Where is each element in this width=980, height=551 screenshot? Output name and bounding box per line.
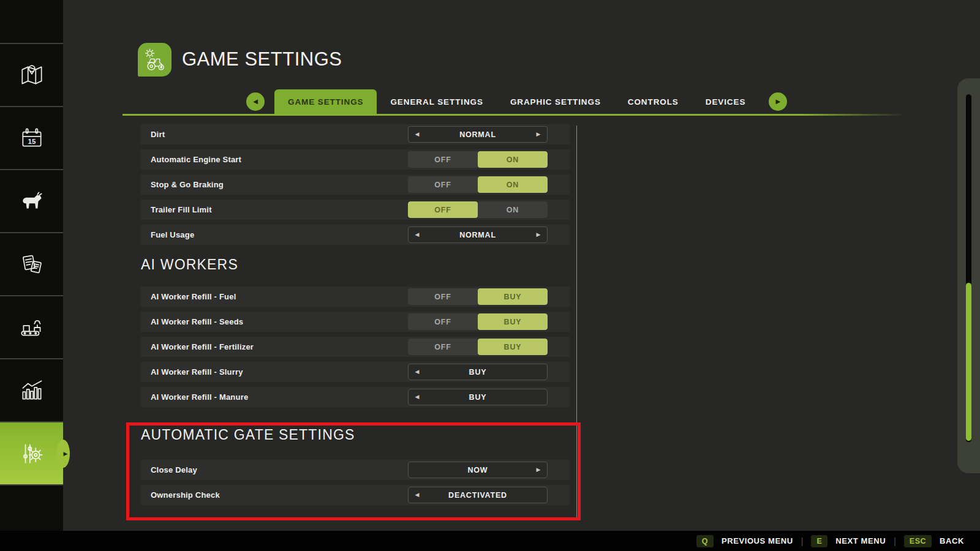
setting-row: Automatic Engine StartOFFON: [141, 149, 570, 170]
selector-control[interactable]: ◀BUY▶: [408, 389, 548, 405]
section-title: AI WORKERS: [141, 255, 570, 274]
setting-label: Ownership Check: [151, 490, 408, 500]
selector-value: BUY: [421, 368, 535, 377]
right-arrow-icon[interactable]: ▶: [535, 467, 542, 473]
toggle-control: OFFBUY: [408, 313, 548, 330]
setting-label: AI Worker Refill - Seeds: [151, 317, 408, 326]
section-title: AUTOMATIC GATE SETTINGS: [141, 425, 570, 444]
game-settings-screen: 15▶ GAME SETTINGS ◀GAME SETTINGSGENERAL …: [0, 0, 980, 551]
setting-row: AI Worker Refill - Manure◀BUY▶: [141, 387, 570, 407]
active-item-arrow-icon: ▶: [56, 440, 70, 468]
sidebar: 15▶: [0, 0, 63, 531]
left-arrow-icon[interactable]: ◀: [413, 132, 421, 137]
game-settings-gear-tractor-icon: [138, 43, 172, 77]
hotkey-separator: |: [894, 536, 896, 546]
sidebar-item-calendar[interactable]: 15: [0, 106, 63, 169]
left-arrow-icon[interactable]: ◀: [413, 369, 421, 375]
toggle-option-on[interactable]: ON: [478, 151, 548, 168]
next-tab-button[interactable]: ▶: [769, 92, 787, 111]
selector-control[interactable]: ◀NORMAL▶: [408, 126, 548, 143]
settings-section: Dirt◀NORMAL▶Automatic Engine StartOFFONS…: [141, 124, 570, 245]
scroll-thumb[interactable]: [966, 283, 971, 441]
toggle-option-buy[interactable]: BUY: [478, 288, 548, 305]
selector-value: NORMAL: [421, 130, 535, 139]
sidebar-item-contracts[interactable]: [0, 232, 63, 295]
list-scrollbar[interactable]: [576, 126, 577, 517]
toggle-option-off[interactable]: OFF: [408, 201, 478, 218]
toggle-option-off[interactable]: OFF: [408, 288, 478, 305]
selector-control[interactable]: ◀DEACTIVATED▶: [408, 487, 548, 503]
right-arrow-icon[interactable]: ▶: [535, 232, 542, 238]
toggle-option-on[interactable]: ON: [478, 201, 548, 218]
sidebar-item-map[interactable]: [0, 43, 63, 106]
left-arrow-icon[interactable]: ◀: [413, 492, 421, 498]
previous-tab-button[interactable]: ◀: [246, 92, 265, 111]
toggle-control: OFFON: [408, 151, 548, 168]
production-icon: [18, 313, 46, 342]
hotkey-bar: QPREVIOUS MENU|ENEXT MENU|ESCBACK: [0, 531, 980, 551]
left-arrow-icon[interactable]: ◀: [413, 232, 421, 238]
selector-control[interactable]: ◀NORMAL▶: [408, 227, 548, 243]
setting-label: Automatic Engine Start: [151, 155, 408, 164]
tab-devices[interactable]: DEVICES: [692, 89, 760, 114]
setting-row: Close Delay◀NOW▶: [141, 460, 570, 480]
right-arrow-icon[interactable]: ▶: [535, 132, 542, 137]
tab-underline: [123, 114, 914, 116]
hotkey-label: NEXT MENU: [835, 536, 886, 545]
setting-label: AI Worker Refill - Manure: [151, 392, 408, 402]
selector-value: DEACTIVATED: [421, 491, 535, 500]
settings-icon: [18, 440, 46, 468]
contracts-icon: [18, 250, 46, 279]
toggle-control: OFFON: [408, 176, 548, 193]
selector-control[interactable]: ◀NOW▶: [408, 462, 548, 478]
hotkey-key-esc[interactable]: ESC: [904, 535, 932, 547]
toggle-control: OFFBUY: [408, 339, 548, 355]
toggle-option-buy[interactable]: BUY: [478, 313, 548, 330]
toggle-option-off[interactable]: OFF: [408, 151, 478, 168]
tab-bar: ◀GAME SETTINGSGENERAL SETTINGSGRAPHIC SE…: [246, 89, 787, 114]
selector-value: BUY: [421, 393, 535, 402]
right-arrow-icon: ▶: [775, 99, 780, 105]
setting-label: Close Delay: [151, 465, 408, 474]
left-arrow-icon: ◀: [253, 99, 258, 105]
setting-row: Ownership Check◀DEACTIVATED▶: [141, 485, 570, 505]
sidebar-item-animals[interactable]: [0, 169, 63, 232]
setting-label: Stop & Go Braking: [151, 180, 408, 189]
setting-row: AI Worker Refill - FertilizerOFFBUY: [141, 337, 570, 357]
toggle-option-off[interactable]: OFF: [408, 176, 478, 193]
tab-general-settings[interactable]: GENERAL SETTINGS: [377, 89, 496, 114]
settings-list: Dirt◀NORMAL▶Automatic Engine StartOFFONS…: [141, 120, 570, 510]
toggle-option-off[interactable]: OFF: [408, 339, 478, 355]
tab-graphic-settings[interactable]: GRAPHIC SETTINGS: [497, 89, 614, 114]
sidebar-item-production[interactable]: [0, 295, 63, 358]
page-title: GAME SETTINGS: [182, 48, 342, 70]
statistics-icon: [18, 377, 46, 405]
selector-control[interactable]: ◀BUY▶: [408, 364, 548, 380]
selector-value: NOW: [421, 466, 535, 474]
svg-text:15: 15: [28, 138, 36, 145]
setting-label: Fuel Usage: [151, 230, 408, 239]
hotkey-key-q[interactable]: Q: [696, 535, 714, 547]
scroll-track[interactable]: [966, 94, 971, 442]
setting-row: Dirt◀NORMAL▶: [141, 124, 570, 144]
left-arrow-icon[interactable]: ◀: [413, 394, 421, 400]
setting-row: AI Worker Refill - Slurry◀BUY▶: [141, 362, 570, 382]
toggle-option-on[interactable]: ON: [478, 176, 548, 193]
settings-section: AUTOMATIC GATE SETTINGSClose Delay◀NOW▶O…: [141, 425, 570, 505]
hotkey-separator: |: [801, 536, 804, 546]
scroll-indicator-panel: [957, 78, 980, 473]
tab-controls[interactable]: CONTROLS: [614, 89, 692, 114]
hotkey-label: PREVIOUS MENU: [722, 536, 793, 545]
sidebar-item-settings[interactable]: ▶: [0, 421, 63, 485]
sidebar-item-statistics[interactable]: [0, 358, 63, 421]
setting-label: AI Worker Refill - Fuel: [151, 292, 408, 301]
toggle-option-off[interactable]: OFF: [408, 313, 478, 330]
hotkey-key-e[interactable]: E: [811, 535, 827, 547]
toggle-option-buy[interactable]: BUY: [478, 339, 548, 355]
setting-label: Trailer Fill Limit: [151, 205, 408, 214]
setting-row: AI Worker Refill - FuelOFFBUY: [141, 287, 570, 307]
settings-section: AI WORKERSAI Worker Refill - FuelOFFBUYA…: [141, 255, 570, 407]
tab-game-settings[interactable]: GAME SETTINGS: [274, 89, 377, 114]
map-icon: [18, 61, 46, 89]
setting-row: Stop & Go BrakingOFFON: [141, 174, 570, 195]
